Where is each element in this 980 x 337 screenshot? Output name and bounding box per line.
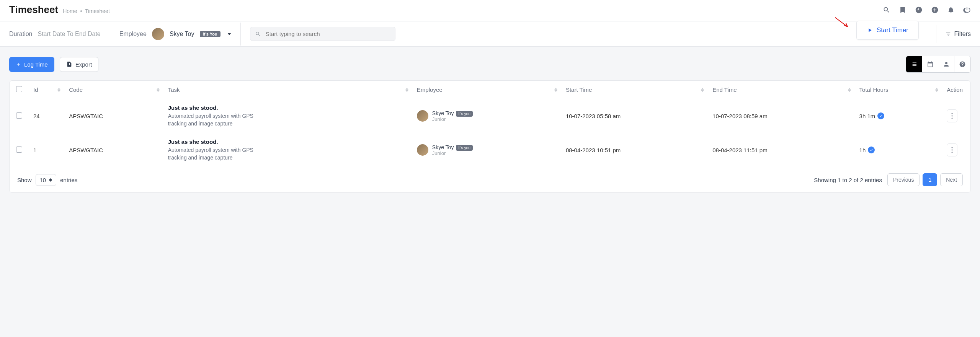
search-box[interactable] [250,27,395,41]
row-checkbox[interactable] [16,147,22,153]
col-code[interactable]: Code [64,81,163,99]
view-help-button[interactable] [954,56,970,72]
duration-section[interactable]: Duration Start Date To End Date [0,25,110,43]
its-you-badge: It's you [456,145,472,151]
sort-icon [405,88,408,92]
header-icons [883,6,971,14]
cell-task: Just as she stood. Automated payroll sys… [163,133,412,167]
pager: Previous 1 Next [887,173,963,186]
table-row: 24 APSWGTAIC Just as she stood. Automate… [10,99,970,133]
sort-icon [701,88,704,92]
col-start[interactable]: Start Time [561,81,708,99]
col-end[interactable]: End Time [708,81,854,99]
sort-icon [935,88,938,92]
breadcrumb-home[interactable]: Home [63,8,77,14]
actions-row: Log Time Export [9,56,971,73]
view-list-button[interactable] [906,56,922,72]
emp-name: Skye ToyIt's you [432,110,473,116]
cell-start: 08-04-2023 10:51 pm [561,133,708,167]
cell-employee: Skye ToyIt's you Junior [412,99,561,133]
avatar [152,28,164,40]
task-desc: Automated payroll system with GPS tracki… [168,112,268,127]
employee-label: Employee [119,31,147,37]
cell-hours: 1h [855,133,942,167]
clock-icon[interactable] [915,6,923,14]
svg-point-2 [952,118,953,119]
cell-action [942,133,970,167]
select-caret-icon [49,178,52,182]
view-calendar-button[interactable] [922,56,938,72]
col-employee[interactable]: Employee [412,81,561,99]
list-icon [911,61,918,68]
col-task[interactable]: Task [163,81,412,99]
search-input[interactable] [265,30,390,37]
power-icon[interactable] [963,6,971,14]
previous-button[interactable]: Previous [887,173,920,186]
start-timer-button[interactable]: Start Timer [856,21,919,40]
its-you-badge: It's You [200,31,220,37]
note-icon[interactable] [899,6,906,14]
breadcrumb: Home • Timesheet [63,8,110,14]
dots-vertical-icon [951,113,953,119]
sort-icon [848,88,851,92]
table-card: Id Code Task Employee Start Time End Tim… [9,80,971,193]
breadcrumb-current: Timesheet [85,8,110,14]
cell-end: 10-07-2023 08:59 am [708,99,854,133]
emp-name: Skye ToyIt's you [432,144,473,150]
breadcrumb-sep: • [80,8,82,14]
task-title: Just as she stood. [168,138,408,145]
row-menu-button[interactable] [947,109,957,122]
sort-icon [157,88,160,92]
avatar [417,144,428,156]
bell-icon[interactable] [947,6,955,14]
timesheet-table: Id Code Task Employee Start Time End Tim… [10,81,970,167]
view-user-button[interactable] [938,56,954,72]
cell-code: APSWGTAIC [64,99,163,133]
svg-point-0 [952,113,953,114]
employee-name: Skye Toy [170,31,194,37]
view-toggle [906,56,971,73]
filters-label: Filters [954,31,971,37]
col-hours[interactable]: Total Hours [855,81,942,99]
next-button[interactable]: Next [940,173,963,186]
search-section [241,21,936,46]
cell-action [942,99,970,133]
duration-placeholder: Start Date To End Date [38,31,100,37]
export-button[interactable]: Export [60,57,98,72]
plus-icon [16,62,21,67]
plus-circle-icon[interactable] [931,6,939,14]
duration-label: Duration [9,31,32,37]
col-id[interactable]: Id [29,81,64,99]
row-menu-button[interactable] [947,143,957,156]
page-size-select[interactable]: 10 [36,174,57,186]
page-size-control: Show 10 entries [17,174,77,186]
cell-task: Just as she stood. Automated payroll sys… [163,99,412,133]
task-desc: Automated payroll system with GPS tracki… [168,147,268,161]
table-footer: Show 10 entries Showing 1 to 2 of 2 entr… [10,167,970,192]
start-timer-label: Start Timer [877,26,908,34]
select-all-checkbox[interactable] [16,86,22,92]
user-icon [943,61,950,68]
hours-value: 1h [859,147,866,153]
svg-point-1 [952,116,953,117]
cell-end: 08-04-2023 11:51 pm [708,133,854,167]
svg-point-5 [952,152,953,153]
employee-section[interactable]: Employee Skye Toy It's You [110,23,241,46]
export-icon [66,61,72,67]
filters-button[interactable]: Filters [936,25,980,43]
table-row: 1 APSWGTAIC Just as she stood. Automated… [10,133,970,167]
page-1-button[interactable]: 1 [923,173,937,186]
cell-id: 1 [29,133,64,167]
search-icon[interactable] [883,6,890,14]
row-checkbox[interactable] [16,112,22,119]
footer-right: Showing 1 to 2 of 2 entries Previous 1 N… [814,173,963,186]
sort-icon [554,88,557,92]
emp-role: Junior [432,116,473,122]
calendar-icon [927,61,934,68]
page-header: Timesheet Home • Timesheet [0,0,980,21]
cell-employee: Skye ToyIt's you Junior [412,133,561,167]
log-time-button[interactable]: Log Time [9,57,54,72]
log-time-label: Log Time [24,61,48,68]
pagination-info: Showing 1 to 2 of 2 entries [814,177,882,183]
filter-bar: Duration Start Date To End Date Employee… [0,21,980,47]
